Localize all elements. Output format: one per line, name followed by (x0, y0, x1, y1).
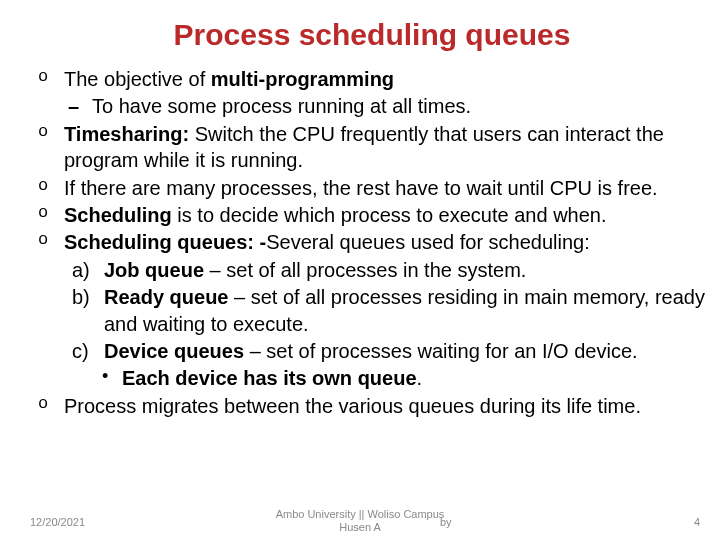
footer-center: Ambo University || Woliso Campus Husen A (0, 508, 720, 534)
subbullet-objective: To have some process running at all time… (34, 93, 710, 119)
footer-center-line1: Ambo University || Woliso Campus (276, 508, 445, 520)
subbullet-jobqueue: a) Job queue – set of all processes in t… (34, 257, 710, 283)
bullet-objective: The objective of multi-programming (34, 66, 710, 92)
alpha-marker: b) (72, 284, 90, 310)
text: To have some process running at all time… (92, 95, 471, 117)
footer-by: by (440, 516, 452, 528)
bullet-timesharing: Timesharing: Switch the CPU frequently t… (34, 121, 710, 174)
text: – set of all processes in the system. (204, 259, 526, 281)
text: Several queues used for scheduling: (266, 231, 590, 253)
alpha-marker: c) (72, 338, 89, 364)
footer-center-line2: Husen A (339, 521, 381, 533)
subbullet-readyqueue: b) Ready queue – set of all processes re… (34, 284, 710, 337)
bold-text: Scheduling queues: - (64, 231, 266, 253)
footer-page-number: 4 (694, 516, 700, 528)
bullet-manyprocesses: If there are many processes, the rest ha… (34, 175, 710, 201)
text: . (417, 367, 423, 389)
alpha-marker: a) (72, 257, 90, 283)
bullet-migrate: Process migrates between the various que… (34, 393, 710, 419)
bullet-schedulingqueues: Scheduling queues: -Several queues used … (34, 229, 710, 255)
subbullet-devicequeues: c) Device queues – set of processes wait… (34, 338, 710, 364)
subsubbullet-eachdevice: Each device has its own queue. (34, 365, 710, 391)
slide: Process scheduling queues The objective … (0, 0, 720, 540)
bold-text: Job queue (104, 259, 204, 281)
text: is to decide which process to execute an… (172, 204, 607, 226)
bold-text: multi-programming (211, 68, 394, 90)
slide-title: Process scheduling queues (34, 18, 710, 52)
text: Process migrates between the various que… (64, 395, 641, 417)
bold-text: Device queues (104, 340, 244, 362)
bold-text: Ready queue (104, 286, 228, 308)
text: The objective of (64, 68, 211, 90)
slide-content: The objective of multi-programming To ha… (34, 66, 710, 419)
bold-text: Each device has its own queue (122, 367, 417, 389)
text: – set of processes waiting for an I/O de… (244, 340, 638, 362)
text: If there are many processes, the rest ha… (64, 177, 658, 199)
bold-text: Timesharing: (64, 123, 189, 145)
bullet-scheduling: Scheduling is to decide which process to… (34, 202, 710, 228)
bold-text: Scheduling (64, 204, 172, 226)
